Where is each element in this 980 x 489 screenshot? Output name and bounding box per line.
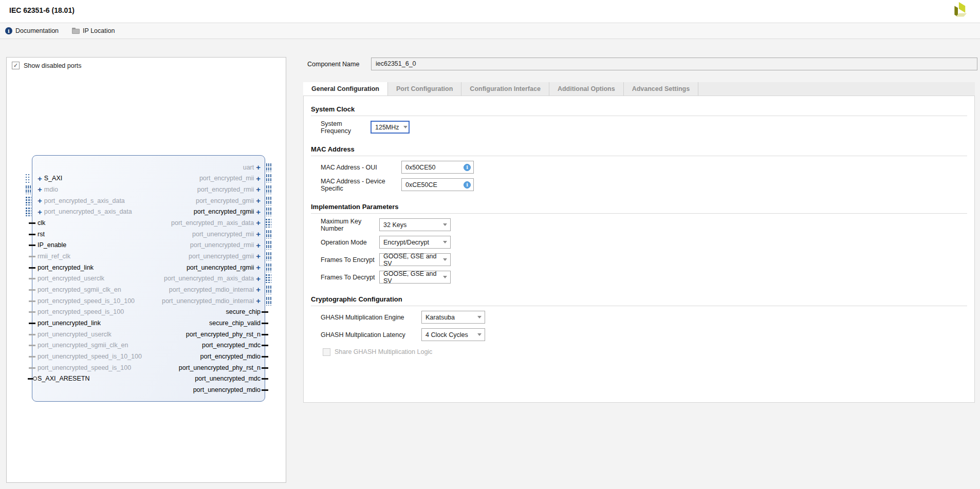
toolbar: i Documentation IP Location xyxy=(0,23,980,39)
component-name-input[interactable]: iec62351_6_0 xyxy=(371,58,977,70)
select-frames-to-encrypt[interactable]: GOOSE, GSE and SV xyxy=(379,253,451,266)
select-system-frequency[interactable]: 125MHz xyxy=(371,121,410,134)
chevron-down-icon xyxy=(443,258,447,261)
port-name: port_encrypted_speed_is_100 xyxy=(38,309,124,315)
info-icon[interactable]: i xyxy=(464,181,471,189)
select-value: 125MHz xyxy=(375,124,399,131)
port-name: port_unencrypted_s_axis_data xyxy=(44,209,132,215)
interface-pin-icon xyxy=(266,274,271,283)
show-disabled-ports-checkbox[interactable] xyxy=(12,62,20,69)
port-S_AXI: +S_AXI xyxy=(32,173,265,184)
port-uart: uart+ xyxy=(32,162,265,173)
select-value: 32 Keys xyxy=(383,221,406,229)
show-disabled-ports-label: Show disabled ports xyxy=(24,62,82,69)
port-port_unencrypted_userclk: port_unencrypted_userclk xyxy=(32,329,265,340)
documentation-label: Documentation xyxy=(15,27,59,34)
select-value: GOOSE, GSE and SV xyxy=(383,270,439,285)
interface-pin-icon xyxy=(266,264,271,272)
tab-port-configuration[interactable]: Port Configuration xyxy=(388,82,461,96)
info-icon[interactable]: i xyxy=(464,164,471,171)
port-name: rmii_ref_clk xyxy=(38,253,70,260)
select-ghash-multiplication-engine[interactable]: Karatsuba xyxy=(421,311,485,324)
pin-icon xyxy=(29,356,35,358)
field-label-system-frequency: System Frequency xyxy=(321,120,371,135)
chevron-down-icon xyxy=(403,126,408,128)
port-row-content: port_unencrypted_speed_is_10_100 xyxy=(38,351,142,362)
tab-content-panel: System ClockSystem Frequency125MHzMAC Ad… xyxy=(303,96,975,403)
section-divider xyxy=(311,116,967,116)
port-row-content: IP_enable xyxy=(38,240,66,251)
port-port_unencrypted_speed_is_100: port_unencrypted_speed_is_100 xyxy=(32,362,265,373)
checkbox-label: Share GHASH Multiplication Logic xyxy=(335,348,432,355)
section-divider xyxy=(311,156,967,156)
input-mac-address-oui[interactable]: 0x50CE50i xyxy=(401,161,474,174)
port-row-content: port_unencrypted_mdio xyxy=(193,384,261,396)
ip-location-button[interactable]: IP Location xyxy=(72,27,115,34)
port-rmii_ref_clk: rmii_ref_clk xyxy=(32,251,265,262)
field-label-ghash-multplication-latency: GHASH Multplication Latency xyxy=(321,331,421,338)
port-port_encrypted_s_axis_data: +port_encrypted_s_axis_data xyxy=(32,195,265,206)
form-row: GHASH Multiplication EngineKaratsuba xyxy=(321,311,967,324)
expand-plus-icon[interactable]: + xyxy=(38,197,42,204)
chevron-down-icon xyxy=(443,223,447,226)
page-title: IEC 62351-6 (18.01) xyxy=(9,6,75,14)
select-value: 4 Clock Cycles xyxy=(426,331,468,338)
interface-pin-icon xyxy=(266,197,271,205)
field-label-maximum-key-number: Maximum Key Number xyxy=(321,218,379,232)
expand-plus-icon[interactable]: + xyxy=(38,208,42,216)
interface-pin-icon xyxy=(266,208,271,216)
input-value: 0xCE50CE xyxy=(405,181,437,189)
interface-pin-icon xyxy=(26,185,31,194)
expand-plus-icon[interactable]: + xyxy=(38,175,42,182)
ip-customization-window: IEC 62351-6 (18.01) i Documentation IP L… xyxy=(0,0,980,489)
pin-icon xyxy=(29,222,35,224)
interface-pin-icon xyxy=(26,174,29,183)
port-name: clk xyxy=(38,220,45,227)
port-rst: rst xyxy=(32,229,265,240)
port-name: port_encrypted_s_axis_data xyxy=(44,198,125,204)
documentation-button[interactable]: i Documentation xyxy=(5,27,59,34)
select-maximum-key-number[interactable]: 32 Keys xyxy=(379,218,451,231)
tab-additional-options[interactable]: Additional Options xyxy=(549,82,624,96)
port-row-content: uart+ xyxy=(243,162,261,173)
port-row-content: port_unencrypted_speed_is_100 xyxy=(38,362,131,373)
pin-icon xyxy=(29,300,35,302)
ip-block: uart+port_encrypted_mii+port_encrypted_r… xyxy=(32,155,265,402)
tab-bar: General ConfigurationPort ConfigurationC… xyxy=(303,82,975,96)
select-operation-mode[interactable]: Encrypt/Decrypt xyxy=(379,236,451,249)
form-row: GHASH Multplication Latency4 Clock Cycle… xyxy=(321,328,967,341)
port-name: port_encrypted_link xyxy=(38,265,94,271)
port-name: IP_enable xyxy=(38,242,66,249)
port-port_encrypted_speed_is_10_100: port_encrypted_speed_is_10_100 xyxy=(32,295,265,307)
select-ghash-multplication-latency[interactable]: 4 Clock Cycles xyxy=(421,328,485,341)
block-diagram-panel: Show disabled ports uart+port_encrypted_… xyxy=(6,57,286,483)
port-port_encrypted_link: port_encrypted_link xyxy=(32,262,265,273)
tab-advanced-settings[interactable]: Advanced Settings xyxy=(624,82,699,96)
port-port_unencrypted_link: port_unencrypted_link xyxy=(32,317,265,329)
port-port_encrypted_sgmii_clk_en: port_encrypted_sgmii_clk_en xyxy=(32,284,265,295)
expand-plus-icon[interactable]: + xyxy=(38,185,42,193)
info-icon: i xyxy=(5,27,12,34)
pin-icon xyxy=(29,311,35,313)
select-frames-to-decrypt[interactable]: GOOSE, GSE and SV xyxy=(379,271,451,284)
pin-icon xyxy=(29,267,35,269)
expand-plus-icon[interactable]: + xyxy=(256,163,261,171)
port-row-content: +port_unencrypted_s_axis_data xyxy=(38,206,132,218)
port-port_unencrypted_speed_is_10_100: port_unencrypted_speed_is_10_100 xyxy=(32,351,265,362)
form-row: MAC Address - OUI0x50CE50i xyxy=(321,161,967,174)
port-row-content: rst xyxy=(38,229,45,240)
tab-configuration-interface[interactable]: Configuration Interface xyxy=(461,82,549,96)
tab-general-configuration[interactable]: General Configuration xyxy=(303,82,388,96)
select-value: GOOSE, GSE and SV xyxy=(383,253,439,267)
input-mac-address-device-specific[interactable]: 0xCE50CEi xyxy=(401,178,474,191)
port-row-content: clk xyxy=(38,217,45,229)
field-label-frames-to-decrypt: Frames To Decrypt xyxy=(321,274,379,281)
input-value: 0x50CE50 xyxy=(405,164,435,171)
port-name: port_unencrypted_speed_is_10_100 xyxy=(38,353,142,360)
port-mdio: +mdio xyxy=(32,184,265,195)
field-label-operation-mode: Operation Mode xyxy=(321,239,379,246)
checkbox-share-ghash-multiplication-logic[interactable] xyxy=(323,348,330,356)
field-label-mac-address-oui: MAC Address - OUI xyxy=(321,164,401,171)
pin-icon xyxy=(29,323,35,324)
port-name: port_unencrypted_mdio xyxy=(193,387,261,393)
